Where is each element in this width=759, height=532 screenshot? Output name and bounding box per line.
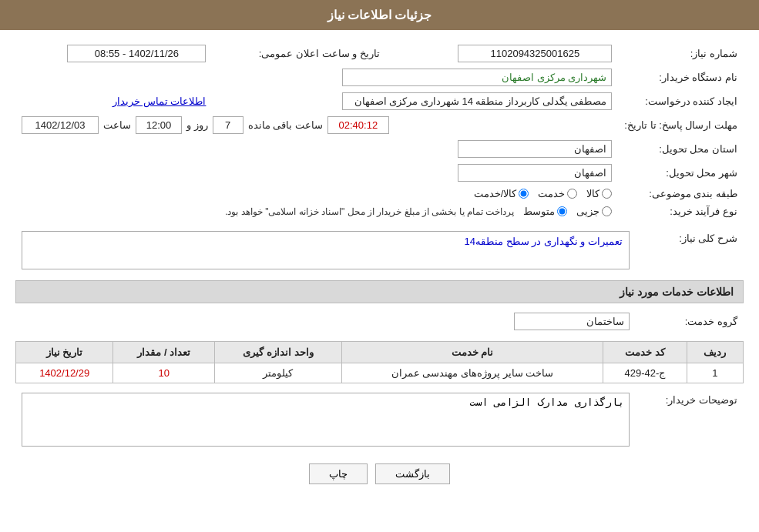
creator-contact-link[interactable]: اطلاعات تماس خریدار [113, 95, 206, 107]
description-label: شرح کلی نیاز: [636, 228, 744, 273]
purchase-motovaset-option[interactable]: متوسط [523, 206, 567, 217]
purchase-type-label: نوع فرآیند خرید: [618, 202, 744, 220]
service-group-value: ساختمان [514, 313, 630, 330]
reply-days-value: 7 [213, 116, 243, 134]
buyer-org-label: نام دستگاه خریدار: [618, 65, 744, 89]
col-unit: واحد اندازه گیری [215, 342, 342, 363]
col-row-num: ردیف [687, 342, 743, 363]
col-count: تعداد / مقدار [113, 342, 215, 363]
button-row: بازگشت چاپ [15, 463, 744, 500]
category-khedmat-option[interactable]: خدمت [538, 188, 577, 199]
description-value: تعمیرات و نگهداری در سطح منطقه14 [22, 231, 630, 269]
announce-value: 1402/11/26 - 08:55 [67, 45, 206, 62]
print-button[interactable]: چاپ [309, 463, 368, 484]
announce-label: تاریخ و ساعت اعلان عمومی: [259, 48, 380, 59]
category-kala-option[interactable]: کالا [586, 188, 612, 199]
purchase-type-note: پرداخت تمام یا بخشی از مبلغ خریدار از مح… [225, 206, 514, 217]
category-both-option[interactable]: کالا/خدمت [474, 188, 529, 199]
page-title: جزئیات اطلاعات نیاز [327, 8, 432, 22]
reply-date-value: 1402/12/03 [22, 116, 99, 134]
notes-textarea[interactable] [22, 393, 630, 447]
reply-deadline-label: مهلت ارسال پاسخ: تا تاریخ: [618, 113, 744, 137]
cell-code: ج-42-429 [603, 363, 687, 383]
page-header: جزئیات اطلاعات نیاز [0, 0, 759, 30]
province-value: اصفهان [458, 140, 612, 158]
creator-value: مصطفی یگدلی کاربرداز منطقه 14 شهرداری مر… [342, 92, 612, 110]
back-button[interactable]: بازگشت [375, 463, 450, 484]
col-code: کد خدمت [603, 342, 687, 363]
need-number-label: شماره نیاز: [618, 42, 744, 65]
creator-label: ایجاد کننده درخواست: [618, 89, 744, 113]
reply-time-value: 12:00 [136, 116, 182, 134]
notes-label: توضیحات خریدار: [636, 390, 744, 452]
category-label: طبقه بندی موضوعی: [618, 185, 744, 202]
service-group-label: گروه خدمت: [636, 309, 744, 333]
countdown-value: 02:40:12 [327, 116, 389, 134]
province-label: استان محل تحویل: [618, 137, 744, 161]
cell-row-num: 1 [687, 363, 743, 383]
col-name: نام خدمت [341, 342, 603, 363]
purchase-jozi-option[interactable]: جزیی [576, 206, 612, 217]
table-row: 1 ج-42-429 ساخت سایر پروژه‌های مهندسی عم… [16, 363, 744, 383]
time-label: ساعت [103, 119, 131, 131]
remaining-label: ساعت باقی مانده [248, 119, 323, 131]
cell-unit: کیلومتر [215, 363, 342, 383]
days-label: روز و [186, 119, 208, 131]
cell-date: 1402/12/29 [16, 363, 113, 383]
need-number-value: 1102094325001625 [458, 45, 612, 62]
col-date: تاریخ نیاز [16, 342, 113, 363]
city-value: اصفهان [458, 164, 612, 182]
services-section-header: اطلاعات خدمات مورد نیاز [15, 280, 744, 303]
cell-count: 10 [113, 363, 215, 383]
buyer-org-value: شهرداری مرکزی اصفهان [342, 69, 612, 86]
city-label: شهر محل تحویل: [618, 161, 744, 185]
cell-name: ساخت سایر پروژه‌های مهندسی عمران [341, 363, 603, 383]
